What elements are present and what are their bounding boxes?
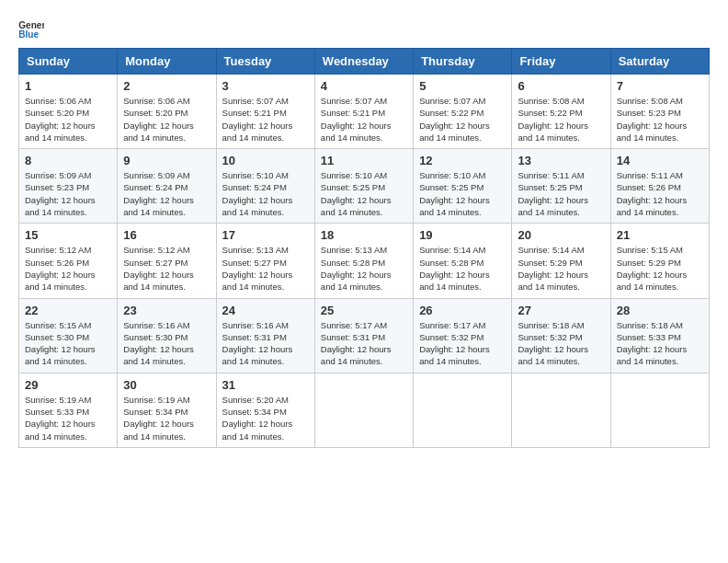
day-info: Sunrise: 5:06 AMSunset: 5:20 PMDaylight:… [123, 95, 210, 144]
calendar-day-cell: 30Sunrise: 5:19 AMSunset: 5:34 PMDayligh… [118, 373, 216, 447]
day-info: Sunrise: 5:07 AMSunset: 5:22 PMDaylight:… [419, 95, 506, 144]
weekday-header-cell: Thursday [414, 49, 512, 75]
calendar-day-cell: 4Sunrise: 5:07 AMSunset: 5:21 PMDaylight… [314, 75, 413, 149]
calendar-day-cell: 12Sunrise: 5:10 AMSunset: 5:25 PMDayligh… [414, 149, 512, 224]
day-info: Sunrise: 5:18 AMSunset: 5:33 PMDaylight:… [617, 319, 703, 368]
calendar-week-row: 15Sunrise: 5:12 AMSunset: 5:26 PMDayligh… [19, 224, 710, 298]
weekday-header-cell: Monday [118, 49, 216, 75]
calendar-day-cell [610, 373, 709, 447]
calendar-day-cell: 27Sunrise: 5:18 AMSunset: 5:32 PMDayligh… [512, 298, 610, 373]
day-number: 9 [123, 154, 210, 167]
calendar-day-cell: 29Sunrise: 5:19 AMSunset: 5:33 PMDayligh… [19, 373, 118, 447]
calendar-day-cell: 8Sunrise: 5:09 AMSunset: 5:23 PMDaylight… [19, 149, 118, 224]
day-number: 27 [518, 304, 604, 317]
day-info: Sunrise: 5:20 AMSunset: 5:34 PMDaylight:… [222, 394, 309, 442]
weekday-header-cell: Friday [512, 49, 610, 75]
day-info: Sunrise: 5:16 AMSunset: 5:31 PMDaylight:… [222, 319, 309, 368]
day-number: 29 [25, 378, 111, 392]
day-number: 25 [321, 304, 407, 317]
day-info: Sunrise: 5:08 AMSunset: 5:22 PMDaylight:… [518, 95, 604, 144]
day-number: 18 [321, 228, 407, 242]
day-number: 3 [222, 79, 309, 93]
day-info: Sunrise: 5:10 AMSunset: 5:25 PMDaylight:… [419, 169, 506, 218]
calendar-day-cell: 1Sunrise: 5:06 AMSunset: 5:20 PMDaylight… [19, 75, 118, 149]
calendar-week-row: 1Sunrise: 5:06 AMSunset: 5:20 PMDaylight… [19, 75, 710, 149]
weekday-header-cell: Tuesday [216, 49, 314, 75]
day-info: Sunrise: 5:18 AMSunset: 5:32 PMDaylight:… [518, 319, 604, 368]
calendar-day-cell: 6Sunrise: 5:08 AMSunset: 5:22 PMDaylight… [512, 75, 610, 149]
day-info: Sunrise: 5:17 AMSunset: 5:32 PMDaylight:… [419, 319, 506, 368]
day-info: Sunrise: 5:17 AMSunset: 5:31 PMDaylight:… [321, 319, 407, 368]
calendar-day-cell: 2Sunrise: 5:06 AMSunset: 5:20 PMDaylight… [118, 75, 216, 149]
calendar-day-cell: 9Sunrise: 5:09 AMSunset: 5:24 PMDaylight… [118, 149, 216, 224]
calendar-day-cell: 10Sunrise: 5:10 AMSunset: 5:24 PMDayligh… [216, 149, 314, 224]
calendar-table: SundayMondayTuesdayWednesdayThursdayFrid… [18, 48, 710, 448]
day-number: 10 [222, 154, 309, 167]
day-info: Sunrise: 5:13 AMSunset: 5:28 PMDaylight:… [321, 244, 407, 293]
day-info: Sunrise: 5:06 AMSunset: 5:20 PMDaylight:… [25, 95, 111, 144]
day-info: Sunrise: 5:19 AMSunset: 5:34 PMDaylight:… [123, 394, 210, 442]
calendar-day-cell: 28Sunrise: 5:18 AMSunset: 5:33 PMDayligh… [610, 298, 709, 373]
day-number: 16 [123, 228, 210, 242]
day-number: 19 [419, 228, 506, 242]
day-number: 5 [419, 79, 506, 93]
calendar-day-cell: 18Sunrise: 5:13 AMSunset: 5:28 PMDayligh… [314, 224, 413, 298]
day-info: Sunrise: 5:07 AMSunset: 5:21 PMDaylight:… [222, 95, 309, 144]
day-info: Sunrise: 5:15 AMSunset: 5:29 PMDaylight:… [617, 244, 703, 293]
calendar-day-cell: 14Sunrise: 5:11 AMSunset: 5:26 PMDayligh… [610, 149, 709, 224]
day-number: 8 [25, 154, 111, 167]
day-info: Sunrise: 5:11 AMSunset: 5:25 PMDaylight:… [518, 169, 604, 218]
calendar-week-row: 22Sunrise: 5:15 AMSunset: 5:30 PMDayligh… [19, 298, 710, 373]
calendar-day-cell: 31Sunrise: 5:20 AMSunset: 5:34 PMDayligh… [216, 373, 314, 447]
day-number: 17 [222, 228, 309, 242]
day-number: 28 [617, 304, 703, 317]
day-number: 15 [25, 228, 111, 242]
day-number: 11 [321, 154, 407, 167]
calendar-day-cell: 3Sunrise: 5:07 AMSunset: 5:21 PMDaylight… [216, 75, 314, 149]
day-info: Sunrise: 5:09 AMSunset: 5:23 PMDaylight:… [25, 169, 111, 218]
calendar-day-cell: 19Sunrise: 5:14 AMSunset: 5:28 PMDayligh… [414, 224, 512, 298]
calendar-day-cell: 25Sunrise: 5:17 AMSunset: 5:31 PMDayligh… [314, 298, 413, 373]
calendar-week-row: 8Sunrise: 5:09 AMSunset: 5:23 PMDaylight… [19, 149, 710, 224]
calendar-day-cell: 22Sunrise: 5:15 AMSunset: 5:30 PMDayligh… [19, 298, 118, 373]
day-number: 23 [123, 304, 210, 317]
day-info: Sunrise: 5:14 AMSunset: 5:28 PMDaylight:… [419, 244, 506, 293]
day-info: Sunrise: 5:12 AMSunset: 5:26 PMDaylight:… [25, 244, 111, 293]
calendar-day-cell: 11Sunrise: 5:10 AMSunset: 5:25 PMDayligh… [314, 149, 413, 224]
calendar-day-cell: 5Sunrise: 5:07 AMSunset: 5:22 PMDaylight… [414, 75, 512, 149]
weekday-header-cell: Saturday [610, 49, 709, 75]
day-number: 7 [617, 79, 703, 93]
day-info: Sunrise: 5:14 AMSunset: 5:29 PMDaylight:… [518, 244, 604, 293]
weekday-header-row: SundayMondayTuesdayWednesdayThursdayFrid… [19, 49, 710, 75]
logo: General Blue [18, 18, 44, 39]
calendar-day-cell: 17Sunrise: 5:13 AMSunset: 5:27 PMDayligh… [216, 224, 314, 298]
calendar-day-cell: 7Sunrise: 5:08 AMSunset: 5:23 PMDaylight… [610, 75, 709, 149]
weekday-header-cell: Wednesday [314, 49, 413, 75]
day-number: 20 [518, 228, 604, 242]
page-header: General Blue [18, 18, 710, 39]
day-number: 13 [518, 154, 604, 167]
day-number: 21 [617, 228, 703, 242]
day-number: 2 [123, 79, 210, 93]
svg-text:Blue: Blue [18, 29, 39, 39]
calendar-day-cell: 20Sunrise: 5:14 AMSunset: 5:29 PMDayligh… [512, 224, 610, 298]
calendar-day-cell: 15Sunrise: 5:12 AMSunset: 5:26 PMDayligh… [19, 224, 118, 298]
calendar-day-cell: 26Sunrise: 5:17 AMSunset: 5:32 PMDayligh… [414, 298, 512, 373]
day-number: 30 [123, 378, 210, 392]
day-info: Sunrise: 5:19 AMSunset: 5:33 PMDaylight:… [25, 394, 111, 442]
calendar-day-cell [314, 373, 413, 447]
day-info: Sunrise: 5:15 AMSunset: 5:30 PMDaylight:… [25, 319, 111, 368]
day-number: 14 [617, 154, 703, 167]
day-number: 4 [321, 79, 407, 93]
day-info: Sunrise: 5:07 AMSunset: 5:21 PMDaylight:… [321, 95, 407, 144]
day-info: Sunrise: 5:10 AMSunset: 5:25 PMDaylight:… [321, 169, 407, 218]
calendar-day-cell: 21Sunrise: 5:15 AMSunset: 5:29 PMDayligh… [610, 224, 709, 298]
day-info: Sunrise: 5:10 AMSunset: 5:24 PMDaylight:… [222, 169, 309, 218]
day-number: 22 [25, 304, 111, 317]
day-info: Sunrise: 5:11 AMSunset: 5:26 PMDaylight:… [617, 169, 703, 218]
calendar-day-cell: 16Sunrise: 5:12 AMSunset: 5:27 PMDayligh… [118, 224, 216, 298]
calendar-day-cell: 24Sunrise: 5:16 AMSunset: 5:31 PMDayligh… [216, 298, 314, 373]
day-number: 1 [25, 79, 111, 93]
logo-icon: General Blue [18, 18, 44, 39]
day-info: Sunrise: 5:16 AMSunset: 5:30 PMDaylight:… [123, 319, 210, 368]
